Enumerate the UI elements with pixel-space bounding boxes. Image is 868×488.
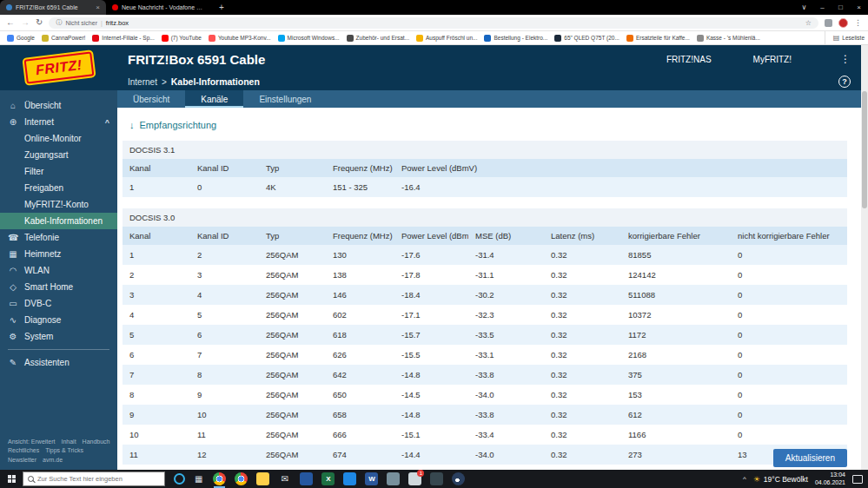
bookmark-item[interactable]: CannaPower!	[42, 35, 85, 42]
bookmark-item[interactable]: Auspuff Fröschl un...	[416, 35, 478, 42]
bookmark-item[interactable]: Kasse - 's Mühlenlä...	[697, 35, 760, 42]
photos-app-icon[interactable]	[300, 472, 313, 485]
bookmark-item[interactable]: Ersatzteile für Kaffe...	[626, 35, 690, 42]
sidebar-item-diagnose[interactable]: ∿ Diagnose	[0, 312, 117, 328]
tab-uebersicht[interactable]: Übersicht	[117, 90, 185, 108]
bookmark-favicon	[209, 35, 215, 42]
footer-link-newsletter[interactable]: Newsletter	[8, 457, 36, 463]
back-button[interactable]: ←	[6, 18, 15, 27]
sidebar-item-zugangsart[interactable]: Zugangsart	[0, 147, 117, 163]
sidebar-item-uebersicht[interactable]: ⌂ Übersicht	[0, 97, 117, 114]
app-blue-icon[interactable]	[343, 472, 356, 485]
steam-icon[interactable]	[452, 472, 465, 485]
sidebar-item-smart-home[interactable]: ◇ Smart Home	[0, 279, 117, 295]
fritz-logo[interactable]: FRITZ!	[23, 51, 93, 83]
word-icon[interactable]: W	[365, 472, 378, 485]
site-info-icon[interactable]: ⓘ	[56, 18, 62, 27]
task-view-icon[interactable]: ▦	[195, 474, 202, 484]
bookmark-item[interactable]: Bestellung - Elektro...	[484, 35, 547, 42]
bookmark-item[interactable]: Microsoft Windows...	[278, 35, 340, 42]
weather-widget[interactable]: ☀ 19°C Bewölkt	[753, 475, 808, 484]
sidebar-item-kabel-informationen[interactable]: Kabel-Informationen	[0, 213, 117, 229]
extension-icon[interactable]	[825, 19, 832, 27]
page-scrollbar[interactable]	[861, 45, 868, 470]
chrome-icon[interactable]	[213, 472, 226, 485]
section-empfangsrichtung[interactable]: ↓ Empfangsrichtung	[129, 120, 847, 130]
mail-icon[interactable]: ✉	[278, 472, 291, 485]
maximize-button[interactable]: □	[832, 0, 850, 15]
table-cell: 618	[326, 325, 394, 345]
bookmark-item[interactable]: Google	[7, 35, 35, 42]
docsis30-section-label: DOCSIS 3.0	[123, 208, 847, 227]
browser-menu-icon[interactable]: ⋮	[854, 18, 862, 27]
close-button[interactable]: ×	[850, 0, 868, 15]
sidebar-item-system[interactable]: ⚙ System	[0, 328, 117, 345]
table-cell: 153	[621, 385, 731, 405]
bookmark-item[interactable]: Internet-Filiale - Sp...	[92, 35, 154, 42]
taskbar-clock[interactable]: 13:04 04.06.2021	[815, 472, 845, 487]
bookmark-item[interactable]: (7) YouTube	[162, 35, 202, 42]
browser-tabstrip: FRITZ!Box 6591 Cable × Neue Nachricht - …	[0, 0, 868, 15]
fritznas-link[interactable]: FRITZ!NAS	[666, 55, 712, 64]
refresh-button[interactable]: Aktualisieren	[773, 449, 847, 467]
forward-button[interactable]: →	[21, 18, 30, 27]
sidebar-item-telefonie[interactable]: ☎ Telefonie	[0, 229, 117, 246]
tab-einstellungen[interactable]: Einstellungen	[243, 90, 327, 108]
tray-chevron-icon[interactable]: ^	[743, 475, 746, 483]
cortana-icon[interactable]	[174, 473, 185, 485]
minimize-button[interactable]: –	[813, 0, 832, 15]
tab-close-icon[interactable]: ×	[96, 3, 100, 11]
bookmark-item[interactable]: Zubehör- und Ersat...	[347, 35, 409, 42]
bookmark-star-icon[interactable]: ☆	[805, 19, 812, 27]
scrollbar-thumb[interactable]	[862, 91, 867, 208]
address-bar[interactable]: ⓘ Nicht sicher | fritz.box ☆	[49, 17, 818, 29]
taskbar-search[interactable]	[23, 472, 165, 486]
reading-list-button[interactable]: ▤ Leseliste	[825, 31, 865, 44]
app-gray-icon[interactable]	[387, 472, 400, 485]
sidebar-item-heimnetz[interactable]: ▦ Heimnetz	[0, 246, 117, 262]
file-explorer-icon[interactable]	[256, 472, 269, 485]
sidebar-item-online-monitor[interactable]: Online-Monitor	[0, 130, 117, 147]
browser-2-icon[interactable]	[235, 472, 248, 485]
action-center-icon[interactable]	[852, 475, 863, 484]
footer-link-ansicht[interactable]: Ansicht: Erweitert	[8, 439, 55, 445]
table-cell: 10	[123, 425, 190, 445]
bookmark-favicon	[484, 35, 491, 42]
breadcrumb-section[interactable]: Internet	[128, 77, 157, 87]
sidebar-item-myfritz-konto[interactable]: MyFRITZ!-Konto	[0, 196, 117, 213]
footer-link-tipps[interactable]: Tipps & Tricks	[45, 447, 83, 453]
help-button[interactable]: ?	[838, 76, 851, 88]
table-cell: -14.4	[394, 445, 468, 465]
bookmark-item[interactable]: 65" QLED Q75T (20...	[554, 35, 620, 42]
home-icon: ⌂	[8, 101, 18, 110]
excel-icon[interactable]: X	[321, 472, 335, 485]
sidebar-item-internet[interactable]: ⊕ Internet ^	[0, 114, 117, 130]
new-tab-button[interactable]: +	[219, 3, 224, 12]
table-cell: 0	[731, 405, 847, 425]
bookmark-favicon	[278, 35, 285, 42]
browser-tab-fritzbox[interactable]: FRITZ!Box 6591 Cable ×	[0, 0, 106, 15]
fritz-menu-icon[interactable]: ⋮	[840, 53, 851, 65]
sidebar-item-dvb-c[interactable]: ▭ DVB-C	[0, 295, 117, 312]
footer-link-handbuch[interactable]: Handbuch	[83, 439, 110, 445]
footer-link-rechtliches[interactable]: Rechtliches	[8, 447, 39, 453]
browser-tab-vodafone[interactable]: Neue Nachricht - Vodafone Con...	[106, 0, 212, 15]
table-cell: 0.32	[544, 365, 621, 385]
myfritz-link[interactable]: MyFRITZ!	[753, 55, 792, 64]
profile-avatar[interactable]	[838, 18, 848, 28]
tab-search-icon[interactable]: ∨	[795, 0, 813, 15]
footer-link-inhalt[interactable]: Inhalt	[61, 439, 76, 445]
bookmark-item[interactable]: Youtube MP3-Konv...	[209, 35, 271, 42]
sidebar-item-filter[interactable]: Filter	[0, 163, 117, 180]
start-button[interactable]	[0, 470, 23, 488]
search-input[interactable]	[37, 475, 160, 483]
app-notification-icon[interactable]: 1	[408, 472, 421, 485]
app-dark-icon[interactable]	[430, 472, 443, 485]
url-text: fritz.box	[106, 19, 129, 27]
sidebar-item-freigaben[interactable]: Freigaben	[0, 180, 117, 196]
sidebar-item-assistenten[interactable]: ✎ Assistenten	[0, 354, 117, 371]
footer-link-avm[interactable]: avm.de	[43, 457, 63, 463]
sidebar-item-wlan[interactable]: ◠ WLAN	[0, 262, 117, 279]
tab-kanaele[interactable]: Kanäle	[185, 90, 243, 108]
reload-button[interactable]: ↻	[36, 18, 43, 27]
